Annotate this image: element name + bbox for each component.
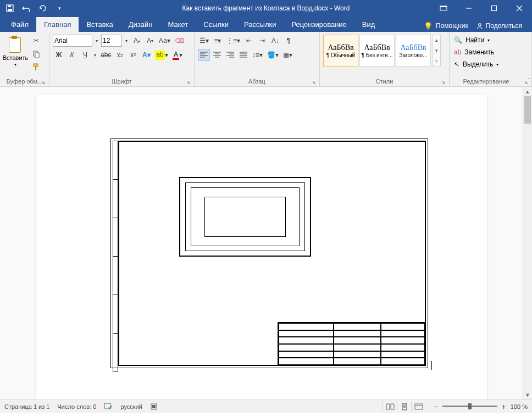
shading-icon[interactable]: 🪣▾ xyxy=(265,49,280,61)
styles-more-icon[interactable]: ▿ xyxy=(433,56,440,66)
sort-icon[interactable]: A↓ xyxy=(269,35,281,47)
text-effects-icon[interactable]: A▾ xyxy=(140,49,152,61)
style-normal[interactable]: АаБбВв ¶ Обычный xyxy=(323,35,358,66)
replace-label: Заменить xyxy=(464,48,494,56)
style-no-spacing[interactable]: АаБбВв ¶ Без инте... xyxy=(359,35,395,66)
spellcheck-icon[interactable] xyxy=(104,403,113,411)
tab-design[interactable]: Дизайн xyxy=(121,17,160,32)
title-block xyxy=(278,322,426,366)
zoom-in-button[interactable]: + xyxy=(502,402,506,411)
tab-file[interactable]: Файл xyxy=(3,17,36,32)
tab-layout[interactable]: Макет xyxy=(160,17,196,32)
scrollbar-thumb[interactable] xyxy=(524,96,531,124)
quick-access-toolbar: ▾ xyxy=(0,2,69,15)
decrease-indent-icon[interactable]: ⇤ xyxy=(243,35,255,47)
styles-down-icon[interactable]: ▾ xyxy=(433,46,440,56)
replace-icon: ab xyxy=(454,48,461,56)
zoom-level[interactable]: 100 % xyxy=(511,403,528,410)
svg-rect-33 xyxy=(402,403,407,410)
bullets-icon[interactable]: ☰▾ xyxy=(198,35,210,47)
zoom-slider[interactable] xyxy=(442,406,497,407)
justify-icon[interactable] xyxy=(237,49,250,61)
font-name-combo[interactable] xyxy=(53,35,92,47)
svg-rect-6 xyxy=(492,6,497,11)
style-name: Заголово... xyxy=(400,52,428,58)
shrink-font-icon[interactable]: A▾ xyxy=(144,35,156,47)
view-buttons xyxy=(383,401,425,412)
bold-button[interactable]: Ж xyxy=(53,49,65,61)
minimize-icon[interactable] xyxy=(456,0,481,16)
read-mode-icon[interactable] xyxy=(383,401,397,412)
tell-me-field[interactable]: Помощник xyxy=(436,22,468,30)
collapse-ribbon-icon[interactable]: ˆ xyxy=(528,78,530,84)
show-marks-icon[interactable]: ¶ xyxy=(282,35,295,47)
scroll-down-icon[interactable]: ▼ xyxy=(523,390,532,400)
borders-icon[interactable]: ▦▾ xyxy=(281,49,294,61)
group-label-paragraph: Абзац xyxy=(197,77,317,86)
maximize-icon[interactable] xyxy=(481,0,507,16)
numbering-icon[interactable]: ≡▾ xyxy=(212,35,224,47)
replace-button[interactable]: ab Заменить xyxy=(454,47,499,58)
find-button[interactable]: 🔍 Найти ▾ xyxy=(454,35,499,46)
underline-button[interactable]: Ч xyxy=(79,49,91,61)
subscript-button[interactable]: x₂ xyxy=(114,49,126,61)
align-center-icon[interactable] xyxy=(211,49,223,61)
tab-view[interactable]: Вид xyxy=(354,17,383,32)
tab-review[interactable]: Рецензирование xyxy=(284,17,354,32)
save-icon[interactable] xyxy=(3,2,16,15)
embedded-drawing[interactable] xyxy=(110,138,428,368)
underline-dropdown-icon[interactable]: ▾ xyxy=(92,49,98,61)
style-name: ¶ Обычный xyxy=(326,52,355,58)
highlight-icon[interactable]: ab▾ xyxy=(153,49,169,61)
page-indicator[interactable]: Страница 1 из 1 xyxy=(4,403,49,410)
clear-formatting-icon[interactable]: ⌫ xyxy=(173,35,186,47)
font-size-dropdown-icon[interactable]: ▾ xyxy=(123,35,130,47)
vertical-scrollbar[interactable]: ▲ ▼ xyxy=(523,87,532,400)
change-case-icon[interactable]: Aa▾ xyxy=(157,35,172,47)
ribbon-display-icon[interactable] xyxy=(431,0,456,16)
align-left-icon[interactable] xyxy=(198,49,210,61)
style-name: ¶ Без инте... xyxy=(362,52,393,58)
cut-icon[interactable]: ✂ xyxy=(30,35,42,47)
tab-mailings[interactable]: Рассылки xyxy=(236,17,284,32)
multilevel-icon[interactable]: ⋮≡▾ xyxy=(225,35,242,47)
font-name-dropdown-icon[interactable]: ▾ xyxy=(93,35,100,47)
tab-insert[interactable]: Вставка xyxy=(79,17,120,32)
macro-icon[interactable] xyxy=(150,403,158,411)
font-color-icon[interactable]: A▾ xyxy=(171,49,185,61)
word-count[interactable]: Число слов: 0 xyxy=(57,403,96,410)
font-size-combo[interactable] xyxy=(101,35,122,47)
window-controls xyxy=(431,0,532,16)
web-layout-icon[interactable] xyxy=(411,401,425,412)
select-button[interactable]: ↖ Выделить ▾ xyxy=(454,59,499,70)
document-viewport[interactable] xyxy=(0,87,523,400)
italic-button[interactable]: К xyxy=(66,49,78,61)
undo-icon[interactable] xyxy=(20,2,33,15)
align-right-icon[interactable] xyxy=(224,49,236,61)
group-styles: АаБбВв ¶ Обычный АаБбВв ¶ Без инте... Аа… xyxy=(320,32,450,86)
paste-button[interactable]: Вставить ▾ xyxy=(2,34,29,67)
zoom-out-button[interactable]: − xyxy=(433,402,437,411)
svg-rect-13 xyxy=(35,66,36,70)
format-painter-icon[interactable] xyxy=(30,61,42,73)
grow-font-icon[interactable]: A▴ xyxy=(131,35,143,47)
redo-icon[interactable] xyxy=(36,2,49,15)
page xyxy=(36,95,487,400)
qat-customize-icon[interactable]: ▾ xyxy=(53,2,66,15)
superscript-button[interactable]: x² xyxy=(127,49,139,61)
language-indicator[interactable]: русский xyxy=(120,403,142,410)
styles-gallery: АаБбВв ¶ Обычный АаБбВв ¶ Без инте... Аа… xyxy=(322,34,442,68)
close-icon[interactable] xyxy=(507,0,532,16)
line-spacing-icon[interactable]: ↕≡▾ xyxy=(251,49,264,61)
tab-references[interactable]: Ссылки xyxy=(196,17,236,32)
share-button[interactable]: Поделиться xyxy=(472,20,527,32)
style-heading1[interactable]: АаБбВв Заголово... xyxy=(396,35,431,66)
styles-up-icon[interactable]: ▴ xyxy=(433,35,440,45)
strikethrough-button[interactable]: abc xyxy=(99,49,113,61)
increase-indent-icon[interactable]: ⇥ xyxy=(256,35,268,47)
scroll-up-icon[interactable]: ▲ xyxy=(523,87,532,96)
svg-rect-1 xyxy=(8,9,12,11)
copy-icon[interactable] xyxy=(30,48,42,60)
print-layout-icon[interactable] xyxy=(397,401,411,412)
tab-home[interactable]: Главная xyxy=(36,17,79,32)
